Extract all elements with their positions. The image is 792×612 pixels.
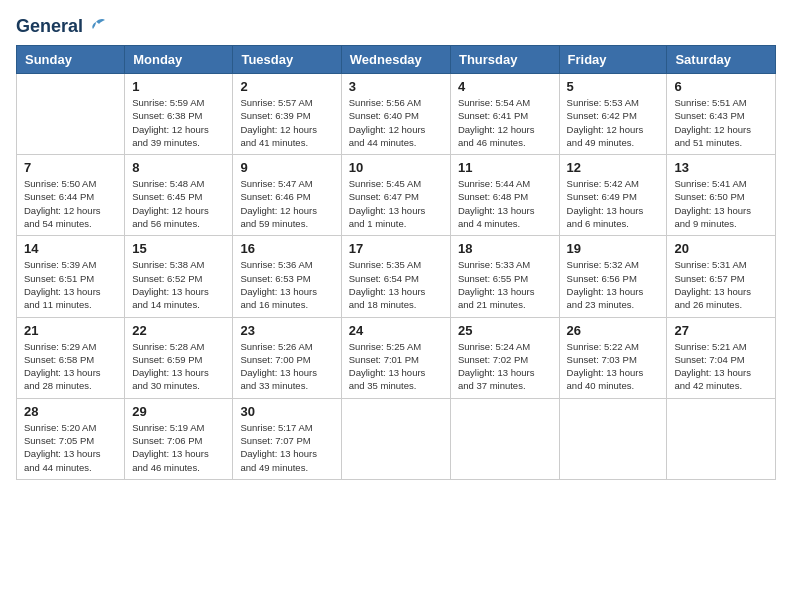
day-info: Sunrise: 5:45 AM Sunset: 6:47 PM Dayligh… xyxy=(349,177,443,230)
day-info: Sunrise: 5:50 AM Sunset: 6:44 PM Dayligh… xyxy=(24,177,117,230)
calendar-header-thursday: Thursday xyxy=(450,46,559,74)
day-number: 12 xyxy=(567,160,660,175)
calendar-cell: 18Sunrise: 5:33 AM Sunset: 6:55 PM Dayli… xyxy=(450,236,559,317)
day-info: Sunrise: 5:32 AM Sunset: 6:56 PM Dayligh… xyxy=(567,258,660,311)
day-info: Sunrise: 5:22 AM Sunset: 7:03 PM Dayligh… xyxy=(567,340,660,393)
day-number: 29 xyxy=(132,404,225,419)
calendar-cell: 15Sunrise: 5:38 AM Sunset: 6:52 PM Dayli… xyxy=(125,236,233,317)
day-number: 23 xyxy=(240,323,333,338)
day-number: 10 xyxy=(349,160,443,175)
day-number: 11 xyxy=(458,160,552,175)
calendar-cell: 5Sunrise: 5:53 AM Sunset: 6:42 PM Daylig… xyxy=(559,74,667,155)
day-number: 4 xyxy=(458,79,552,94)
day-info: Sunrise: 5:57 AM Sunset: 6:39 PM Dayligh… xyxy=(240,96,333,149)
day-info: Sunrise: 5:53 AM Sunset: 6:42 PM Dayligh… xyxy=(567,96,660,149)
day-number: 5 xyxy=(567,79,660,94)
logo-bird-icon xyxy=(85,18,107,36)
calendar-cell: 8Sunrise: 5:48 AM Sunset: 6:45 PM Daylig… xyxy=(125,155,233,236)
day-number: 22 xyxy=(132,323,225,338)
calendar-cell: 6Sunrise: 5:51 AM Sunset: 6:43 PM Daylig… xyxy=(667,74,776,155)
calendar-cell: 16Sunrise: 5:36 AM Sunset: 6:53 PM Dayli… xyxy=(233,236,341,317)
day-info: Sunrise: 5:42 AM Sunset: 6:49 PM Dayligh… xyxy=(567,177,660,230)
day-number: 18 xyxy=(458,241,552,256)
day-number: 21 xyxy=(24,323,117,338)
day-info: Sunrise: 5:24 AM Sunset: 7:02 PM Dayligh… xyxy=(458,340,552,393)
day-info: Sunrise: 5:21 AM Sunset: 7:04 PM Dayligh… xyxy=(674,340,768,393)
day-number: 26 xyxy=(567,323,660,338)
calendar-week-row: 7Sunrise: 5:50 AM Sunset: 6:44 PM Daylig… xyxy=(17,155,776,236)
day-number: 14 xyxy=(24,241,117,256)
day-info: Sunrise: 5:28 AM Sunset: 6:59 PM Dayligh… xyxy=(132,340,225,393)
day-number: 30 xyxy=(240,404,333,419)
day-info: Sunrise: 5:19 AM Sunset: 7:06 PM Dayligh… xyxy=(132,421,225,474)
calendar-header-friday: Friday xyxy=(559,46,667,74)
calendar-cell: 23Sunrise: 5:26 AM Sunset: 7:00 PM Dayli… xyxy=(233,317,341,398)
calendar-cell: 14Sunrise: 5:39 AM Sunset: 6:51 PM Dayli… xyxy=(17,236,125,317)
calendar-cell: 13Sunrise: 5:41 AM Sunset: 6:50 PM Dayli… xyxy=(667,155,776,236)
day-info: Sunrise: 5:44 AM Sunset: 6:48 PM Dayligh… xyxy=(458,177,552,230)
day-number: 7 xyxy=(24,160,117,175)
calendar-cell: 7Sunrise: 5:50 AM Sunset: 6:44 PM Daylig… xyxy=(17,155,125,236)
calendar-table: SundayMondayTuesdayWednesdayThursdayFrid… xyxy=(16,45,776,480)
day-info: Sunrise: 5:38 AM Sunset: 6:52 PM Dayligh… xyxy=(132,258,225,311)
calendar-cell xyxy=(17,74,125,155)
calendar-cell: 26Sunrise: 5:22 AM Sunset: 7:03 PM Dayli… xyxy=(559,317,667,398)
day-info: Sunrise: 5:54 AM Sunset: 6:41 PM Dayligh… xyxy=(458,96,552,149)
calendar-week-row: 1Sunrise: 5:59 AM Sunset: 6:38 PM Daylig… xyxy=(17,74,776,155)
calendar-cell: 22Sunrise: 5:28 AM Sunset: 6:59 PM Dayli… xyxy=(125,317,233,398)
day-info: Sunrise: 5:59 AM Sunset: 6:38 PM Dayligh… xyxy=(132,96,225,149)
calendar-cell: 1Sunrise: 5:59 AM Sunset: 6:38 PM Daylig… xyxy=(125,74,233,155)
day-info: Sunrise: 5:26 AM Sunset: 7:00 PM Dayligh… xyxy=(240,340,333,393)
day-number: 20 xyxy=(674,241,768,256)
day-info: Sunrise: 5:47 AM Sunset: 6:46 PM Dayligh… xyxy=(240,177,333,230)
day-number: 15 xyxy=(132,241,225,256)
day-info: Sunrise: 5:36 AM Sunset: 6:53 PM Dayligh… xyxy=(240,258,333,311)
day-info: Sunrise: 5:39 AM Sunset: 6:51 PM Dayligh… xyxy=(24,258,117,311)
day-info: Sunrise: 5:29 AM Sunset: 6:58 PM Dayligh… xyxy=(24,340,117,393)
day-number: 24 xyxy=(349,323,443,338)
day-number: 9 xyxy=(240,160,333,175)
calendar-cell: 10Sunrise: 5:45 AM Sunset: 6:47 PM Dayli… xyxy=(341,155,450,236)
calendar-cell: 21Sunrise: 5:29 AM Sunset: 6:58 PM Dayli… xyxy=(17,317,125,398)
page-header: General xyxy=(16,16,776,37)
calendar-cell: 25Sunrise: 5:24 AM Sunset: 7:02 PM Dayli… xyxy=(450,317,559,398)
day-info: Sunrise: 5:48 AM Sunset: 6:45 PM Dayligh… xyxy=(132,177,225,230)
day-number: 8 xyxy=(132,160,225,175)
calendar-cell: 9Sunrise: 5:47 AM Sunset: 6:46 PM Daylig… xyxy=(233,155,341,236)
calendar-cell: 17Sunrise: 5:35 AM Sunset: 6:54 PM Dayli… xyxy=(341,236,450,317)
day-info: Sunrise: 5:17 AM Sunset: 7:07 PM Dayligh… xyxy=(240,421,333,474)
logo: General xyxy=(16,16,107,37)
calendar-cell xyxy=(341,398,450,479)
day-number: 19 xyxy=(567,241,660,256)
calendar-week-row: 21Sunrise: 5:29 AM Sunset: 6:58 PM Dayli… xyxy=(17,317,776,398)
calendar-header-tuesday: Tuesday xyxy=(233,46,341,74)
day-number: 1 xyxy=(132,79,225,94)
day-number: 28 xyxy=(24,404,117,419)
calendar-cell: 12Sunrise: 5:42 AM Sunset: 6:49 PM Dayli… xyxy=(559,155,667,236)
calendar-cell: 24Sunrise: 5:25 AM Sunset: 7:01 PM Dayli… xyxy=(341,317,450,398)
calendar-cell xyxy=(559,398,667,479)
day-info: Sunrise: 5:20 AM Sunset: 7:05 PM Dayligh… xyxy=(24,421,117,474)
calendar-cell: 11Sunrise: 5:44 AM Sunset: 6:48 PM Dayli… xyxy=(450,155,559,236)
calendar-cell: 2Sunrise: 5:57 AM Sunset: 6:39 PM Daylig… xyxy=(233,74,341,155)
day-info: Sunrise: 5:51 AM Sunset: 6:43 PM Dayligh… xyxy=(674,96,768,149)
calendar-header-monday: Monday xyxy=(125,46,233,74)
calendar-cell: 20Sunrise: 5:31 AM Sunset: 6:57 PM Dayli… xyxy=(667,236,776,317)
calendar-cell: 3Sunrise: 5:56 AM Sunset: 6:40 PM Daylig… xyxy=(341,74,450,155)
day-info: Sunrise: 5:33 AM Sunset: 6:55 PM Dayligh… xyxy=(458,258,552,311)
day-number: 16 xyxy=(240,241,333,256)
calendar-header-row: SundayMondayTuesdayWednesdayThursdayFrid… xyxy=(17,46,776,74)
day-number: 27 xyxy=(674,323,768,338)
calendar-cell: 30Sunrise: 5:17 AM Sunset: 7:07 PM Dayli… xyxy=(233,398,341,479)
day-info: Sunrise: 5:56 AM Sunset: 6:40 PM Dayligh… xyxy=(349,96,443,149)
calendar-cell: 28Sunrise: 5:20 AM Sunset: 7:05 PM Dayli… xyxy=(17,398,125,479)
day-number: 17 xyxy=(349,241,443,256)
day-number: 13 xyxy=(674,160,768,175)
day-number: 25 xyxy=(458,323,552,338)
day-info: Sunrise: 5:25 AM Sunset: 7:01 PM Dayligh… xyxy=(349,340,443,393)
day-number: 6 xyxy=(674,79,768,94)
calendar-header-sunday: Sunday xyxy=(17,46,125,74)
calendar-cell: 27Sunrise: 5:21 AM Sunset: 7:04 PM Dayli… xyxy=(667,317,776,398)
calendar-cell: 19Sunrise: 5:32 AM Sunset: 6:56 PM Dayli… xyxy=(559,236,667,317)
day-number: 2 xyxy=(240,79,333,94)
